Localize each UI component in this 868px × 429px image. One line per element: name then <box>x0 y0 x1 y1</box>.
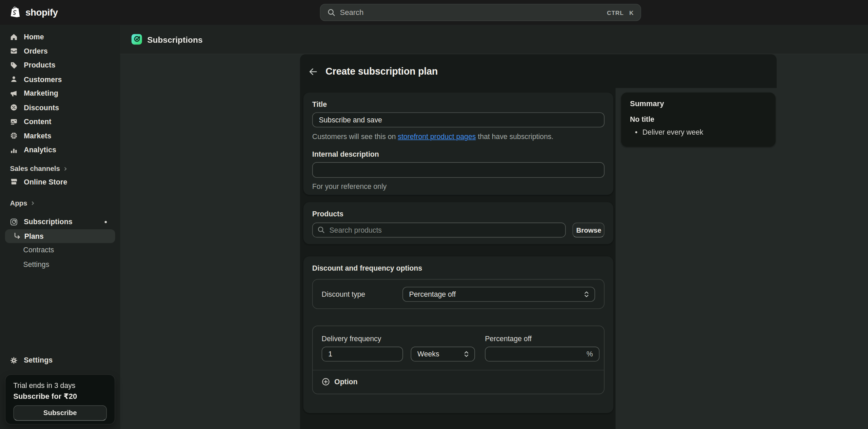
summary-header: Summary <box>630 100 767 108</box>
analytics-icon <box>9 146 18 154</box>
percent-suffix: % <box>587 350 593 358</box>
shopify-wordmark: shopify <box>25 7 58 18</box>
sidebar-item-plans[interactable]: Plans <box>5 229 115 243</box>
global-search-input[interactable] <box>340 8 603 16</box>
discount-frequency-card: Discount and frequency options Discount … <box>303 256 613 413</box>
title-card: Title Customers will see this on storefr… <box>303 93 613 195</box>
sidebar-item-customers[interactable]: Customers <box>5 72 115 86</box>
topbar: shopify CTRL K <box>0 0 868 25</box>
sidebar: Home Orders Products Customers M <box>0 25 120 429</box>
app-header-title: Subscriptions <box>147 35 202 44</box>
product-search-input[interactable] <box>312 222 566 237</box>
sidebar-item-orders[interactable]: Orders <box>5 44 115 58</box>
title-input[interactable] <box>312 112 605 127</box>
sidebar-item-contracts[interactable]: Contracts <box>5 243 115 257</box>
delivery-frequency-label: Delivery frequency <box>322 334 485 343</box>
notification-dot <box>104 221 107 223</box>
summary-card: Summary No title Deliver every week <box>621 93 776 147</box>
select-stepper-icon <box>584 290 590 298</box>
sidebar-item-content[interactable]: Content <box>5 115 115 129</box>
gear-icon <box>9 356 18 364</box>
orders-icon <box>9 47 18 55</box>
sidebar-item-products[interactable]: Products <box>5 58 115 72</box>
discounts-icon <box>9 104 18 112</box>
products-icon <box>9 61 18 69</box>
discount-type-select[interactable]: Percentage off <box>402 287 595 301</box>
nested-arrow-icon <box>13 232 21 239</box>
subscribe-button[interactable]: Subscribe <box>13 405 107 421</box>
description-help-text: For your reference only <box>312 182 605 190</box>
select-stepper-icon <box>463 350 470 358</box>
discount-card-header: Discount and frequency options <box>312 264 605 272</box>
sidebar-item-online-store[interactable]: Online Store <box>5 175 115 189</box>
sidebar-footer: Settings <box>0 353 120 368</box>
shopify-bag-icon <box>10 6 21 19</box>
product-search <box>312 222 566 237</box>
storefront-product-pages-link[interactable]: storefront product pages <box>398 132 476 140</box>
discount-type-subcard: Discount type Percentage off <box>312 279 605 309</box>
internal-description-label: Internal description <box>312 150 605 158</box>
home-icon <box>9 33 18 41</box>
frequency-subcard: Delivery frequency Percentage off Weeks … <box>312 326 605 394</box>
page-heading-row: Create subscription plan <box>306 62 438 81</box>
sidebar-main-nav: Home Orders Products Customers M <box>0 25 120 157</box>
discount-type-label: Discount type <box>322 290 402 298</box>
add-option-button[interactable]: Option <box>322 370 358 394</box>
percentage-off-label: Percentage off <box>485 334 532 343</box>
sidebar-item-analytics[interactable]: Analytics <box>5 143 115 157</box>
sidebar-item-markets[interactable]: Markets <box>5 129 115 143</box>
markets-icon <box>9 132 18 140</box>
global-search[interactable]: CTRL K <box>320 4 641 21</box>
sidebar-item-home[interactable]: Home <box>5 30 115 44</box>
sidebar-item-discounts[interactable]: Discounts <box>5 100 115 115</box>
chevron-right-icon <box>30 200 36 206</box>
online-store-icon <box>9 178 18 186</box>
shortcut-ctrl-key: CTRL <box>607 9 624 16</box>
title-label: Title <box>312 100 605 109</box>
marketing-icon <box>9 90 18 97</box>
sidebar-item-subscriptions-app[interactable]: Subscriptions <box>5 215 115 229</box>
browse-button[interactable]: Browse <box>572 222 605 237</box>
shortcut-k-key: K <box>629 9 634 16</box>
products-card: Products Browse <box>303 202 613 244</box>
frequency-unit-select[interactable]: Weeks <box>411 347 475 362</box>
plus-circle-icon <box>322 377 330 386</box>
trial-title: Trial ends in 3 days <box>13 382 107 390</box>
shopify-admin: shopify CTRL K Home Orders <box>0 0 868 429</box>
shopify-logo[interactable]: shopify <box>10 0 58 25</box>
back-button[interactable] <box>306 65 319 78</box>
customers-icon <box>9 75 18 83</box>
trial-subtitle: Subscribe for ₹20 <box>13 391 107 400</box>
products-label: Products <box>312 210 605 218</box>
summary-title-status: No title <box>630 115 767 123</box>
search-icon <box>317 226 325 234</box>
sidebar-item-settings[interactable]: Settings <box>5 353 115 368</box>
internal-description-input[interactable] <box>312 162 605 178</box>
subscriptions-app-icon <box>9 218 18 226</box>
percentage-off-input[interactable] <box>485 347 599 362</box>
search-icon <box>327 8 335 16</box>
page-title: Create subscription plan <box>326 65 438 77</box>
content-icon <box>9 118 18 125</box>
delivery-frequency-input[interactable] <box>322 347 403 362</box>
trial-card: Trial ends in 3 days Subscribe for ₹20 S… <box>5 375 115 424</box>
subscriptions-gradient-app-icon <box>131 34 142 45</box>
summary-item: Deliver every week <box>630 128 767 136</box>
sales-channels-header[interactable]: Sales channels <box>0 162 120 175</box>
title-help-text: Customers will see this on storefront pr… <box>312 132 605 140</box>
sidebar-item-marketing[interactable]: Marketing <box>5 86 115 101</box>
chevron-right-icon <box>63 166 68 171</box>
sidebar-item-app-settings[interactable]: Settings <box>5 257 115 271</box>
apps-header[interactable]: Apps <box>0 197 120 209</box>
app-header-strip: Subscriptions <box>120 25 868 54</box>
percentage-off-field: % <box>485 347 599 362</box>
